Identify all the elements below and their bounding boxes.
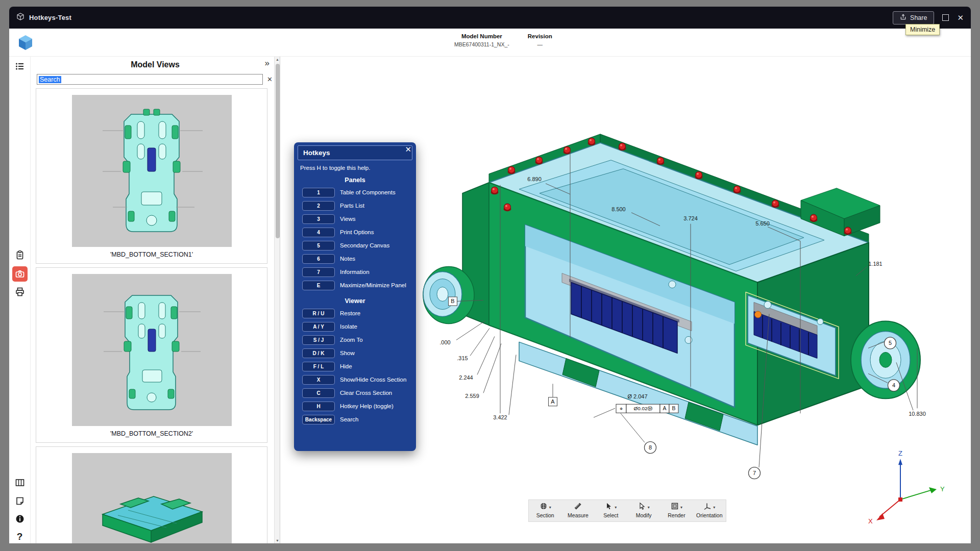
app-header: Model Number MBE67400311-1_NX_- Revision… bbox=[9, 29, 971, 57]
dim-label: 5.650 bbox=[755, 220, 770, 227]
close-icon[interactable]: ✕ bbox=[405, 145, 411, 154]
panel-title: Model Views bbox=[31, 57, 280, 69]
hotkeys-subtitle: Press H to toggle this help. bbox=[294, 160, 416, 171]
model-views-panel: Model Views » Search ✕ bbox=[30, 57, 280, 543]
printer-icon bbox=[15, 287, 25, 297]
window-title: Hotkeys-Test bbox=[29, 14, 71, 21]
model-view-caption: 'MBD_BOTTOM_SECTION2' bbox=[36, 428, 267, 442]
key-badge: 1 bbox=[302, 188, 335, 197]
model-number-value: MBE67400311-1_NX_- bbox=[454, 41, 509, 47]
render-icon bbox=[671, 502, 679, 512]
orientation-axes-icon bbox=[703, 502, 712, 512]
hotkey-label: Table of Components bbox=[340, 189, 396, 195]
model-number-label: Model Number bbox=[454, 33, 509, 39]
toolbar-item-label: Measure bbox=[568, 512, 589, 518]
dim-label: .315 bbox=[457, 355, 468, 361]
hotkey-label: Clear Cross Section bbox=[340, 390, 392, 396]
scroll-up-icon[interactable]: ▲ bbox=[275, 58, 280, 61]
model-view-thumbnail[interactable] bbox=[72, 453, 232, 543]
toolbar-modify-button[interactable]: ▾ Modify bbox=[627, 500, 660, 521]
hotkey-row: R / URestore bbox=[294, 307, 416, 320]
key-badge: 4 bbox=[302, 228, 335, 237]
toolbar-orientation-button[interactable]: ▾ Orientation bbox=[693, 500, 726, 521]
fcf-datum-1: A bbox=[663, 406, 666, 411]
key-badge: 7 bbox=[302, 267, 335, 277]
notes-button[interactable] bbox=[12, 493, 28, 509]
chevron-down-icon[interactable]: ▾ bbox=[680, 505, 682, 510]
chevron-down-icon[interactable]: ▾ bbox=[615, 505, 617, 510]
section-heading-panels: Panels bbox=[294, 177, 416, 184]
screenshot-button[interactable] bbox=[12, 266, 28, 282]
section-icon bbox=[540, 502, 548, 512]
hotkey-label: Information bbox=[340, 269, 370, 275]
toolbar-item-label: Select bbox=[603, 512, 618, 518]
collapse-panel-icon[interactable]: » bbox=[265, 58, 270, 68]
dim-label: 8.500 bbox=[611, 206, 626, 212]
key-badge: 2 bbox=[302, 201, 335, 211]
toolbar-item-label: Orientation bbox=[696, 512, 722, 518]
model-view-card[interactable]: 'MBD_BOTTOM_SECTION1' bbox=[36, 88, 267, 264]
hotkey-row: EMaximize/Minimize Panel bbox=[294, 279, 416, 292]
dim-label: 3.724 bbox=[683, 215, 698, 221]
toolbar-measure-button[interactable]: Measure bbox=[561, 500, 594, 521]
chevron-down-icon[interactable]: ▾ bbox=[713, 505, 715, 510]
hotkey-row: CClear Cross Section bbox=[294, 386, 416, 399]
housing-geometry bbox=[423, 134, 920, 445]
feature-control-frame: ⌖ Ø0.02Ⓜ A B bbox=[616, 404, 678, 413]
key-badge: C bbox=[302, 388, 335, 398]
toolbar-render-button[interactable]: ▾ Render bbox=[660, 500, 693, 521]
balloon-8: 8 bbox=[649, 444, 652, 450]
maximize-button[interactable] bbox=[942, 14, 949, 21]
model-view-thumbnail[interactable] bbox=[72, 274, 232, 426]
toolbar-item-label: Section bbox=[536, 512, 554, 518]
help-button[interactable]: ? bbox=[12, 529, 28, 544]
info-icon bbox=[15, 514, 25, 524]
key-badge: Backspace bbox=[302, 415, 335, 424]
app-window: Hotkeys-Test Share ✕ Model Number bbox=[9, 7, 971, 543]
close-button[interactable]: ✕ bbox=[957, 14, 964, 21]
hotkey-label: Maximize/Minimize Panel bbox=[340, 282, 406, 288]
key-badge: F / L bbox=[302, 362, 335, 371]
model-view-card[interactable] bbox=[36, 446, 267, 543]
model-views-list-button[interactable] bbox=[12, 59, 28, 74]
chevron-down-icon[interactable]: ▾ bbox=[549, 505, 551, 510]
select-cursor-icon bbox=[605, 502, 613, 512]
minimize-tooltip: Minimize bbox=[905, 24, 940, 35]
hotkey-row: XShow/Hide Cross Section bbox=[294, 373, 416, 386]
balloon-7: 7 bbox=[753, 470, 756, 476]
clipboard-button[interactable] bbox=[12, 247, 28, 263]
coordinate-triad: Z Y X bbox=[868, 449, 945, 525]
key-badge: A / Y bbox=[302, 322, 335, 332]
chevron-down-icon[interactable]: ▾ bbox=[648, 505, 650, 510]
clipboard-icon bbox=[15, 250, 25, 260]
model-view-thumbnail[interactable] bbox=[72, 95, 232, 247]
clear-search-icon[interactable]: ✕ bbox=[267, 76, 273, 83]
toolbar-section-button[interactable]: ▾ Section bbox=[529, 500, 561, 521]
dim-label: 3.422 bbox=[493, 414, 507, 420]
left-icon-rail: ? bbox=[9, 57, 30, 543]
key-badge: R / U bbox=[302, 309, 335, 318]
panel-scrollbar[interactable]: ▲ ▼ bbox=[274, 57, 280, 543]
hotkey-label: Isolate bbox=[340, 323, 357, 330]
share-button[interactable]: Share bbox=[893, 11, 934, 24]
key-badge: E bbox=[302, 281, 335, 290]
scroll-down-icon[interactable]: ▼ bbox=[275, 539, 280, 542]
key-badge: 6 bbox=[302, 254, 335, 264]
hotkey-label: Restore bbox=[340, 310, 360, 316]
hotkey-row: HHotkey Help (toggle) bbox=[294, 399, 416, 413]
modify-cursor-icon bbox=[638, 502, 646, 512]
toolbar-item-label: Modify bbox=[636, 512, 652, 518]
print-button[interactable] bbox=[12, 284, 28, 299]
toolbar-select-button[interactable]: ▾ Select bbox=[595, 500, 627, 521]
fcf-symbol: ⌖ bbox=[620, 406, 623, 412]
hotkey-label: Views bbox=[340, 216, 355, 222]
toolbar-item-label: Render bbox=[668, 512, 685, 518]
question-icon: ? bbox=[17, 531, 23, 542]
hotkey-label: Search bbox=[340, 416, 358, 422]
scrollbar-thumb[interactable] bbox=[276, 64, 280, 238]
layout-button[interactable] bbox=[12, 475, 28, 490]
model-view-card[interactable]: 'MBD_BOTTOM_SECTION2' bbox=[36, 267, 267, 443]
information-button[interactable] bbox=[12, 511, 28, 527]
axis-x-label: X bbox=[868, 517, 873, 525]
search-input[interactable]: Search bbox=[37, 74, 263, 85]
